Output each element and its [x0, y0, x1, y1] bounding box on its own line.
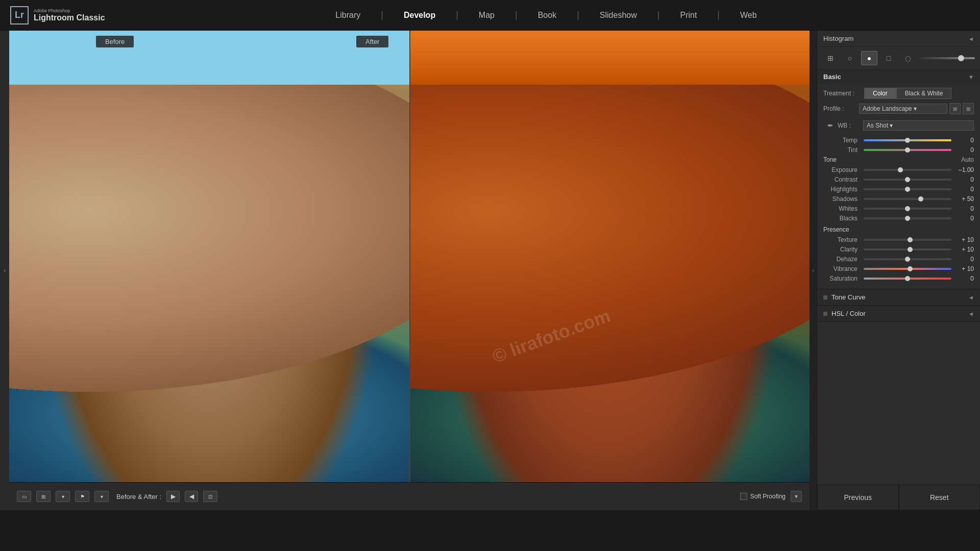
basic-section-header[interactable]: Basic ▼ [817, 70, 980, 84]
nav-sep-1: | [381, 10, 383, 20]
dehaze-slider-row: Dehaze 0 [823, 256, 974, 263]
right-panel-arrow-icon: › [812, 267, 814, 273]
tint-track[interactable] [864, 149, 951, 151]
nav-menu: Library | Develop | Map | Book | Slidesh… [122, 8, 970, 22]
contrast-value: 0 [953, 176, 974, 183]
view-single-icon[interactable]: ▭ [17, 491, 31, 502]
histogram-header: Histogram ◄ [817, 31, 980, 47]
vibrance-thumb[interactable] [908, 266, 913, 271]
hsl-left: HSL / Color [823, 310, 866, 317]
temp-thumb[interactable] [905, 138, 910, 143]
hsl-color-section[interactable]: HSL / Color ◄ [817, 306, 980, 322]
hsl-title: HSL / Color [831, 310, 866, 317]
saturation-thumb[interactable] [905, 276, 910, 281]
blacks-slider-row: Blacks 0 [823, 215, 974, 222]
highlights-thumb[interactable] [905, 187, 910, 192]
exposure-value: –1.00 [953, 166, 974, 173]
ba-arrow-left[interactable]: ◀ [185, 491, 198, 502]
tool-icons-row: ⊞ ○ ● □ ◌ [817, 47, 980, 70]
grid-tool-icon[interactable]: ⊞ [822, 51, 839, 65]
wb-row: ✒ WB : As Shot ▾ [823, 118, 974, 133]
photo-container: Before After © lirafoto.com [9, 31, 810, 482]
treatment-label: Treatment : [823, 90, 864, 97]
contrast-track[interactable] [864, 179, 951, 181]
tint-value: 0 [953, 146, 974, 154]
after-label: After [356, 36, 388, 47]
ba-arrow-right[interactable]: ▶ [166, 491, 180, 502]
nav-sep-2: | [456, 10, 458, 20]
nav-web[interactable]: Web [735, 8, 762, 22]
vibrance-track[interactable] [864, 268, 951, 270]
shadows-value: + 50 [953, 195, 974, 203]
dehaze-thumb[interactable] [905, 257, 910, 262]
soft-proofing-arrow[interactable]: ▾ [791, 491, 802, 502]
nav-print[interactable]: Print [675, 8, 702, 22]
shadows-thumb[interactable] [918, 196, 923, 202]
blacks-thumb[interactable] [905, 216, 910, 221]
right-panel-toggle[interactable]: › [810, 31, 817, 510]
tint-thumb[interactable] [905, 147, 910, 153]
blacks-value: 0 [953, 215, 974, 222]
clarity-thumb[interactable] [908, 247, 913, 252]
circle-outline-tool-icon[interactable]: ○ [842, 51, 858, 65]
exposure-track[interactable] [864, 169, 951, 171]
tone-curve-title: Tone Curve [831, 293, 865, 301]
whites-slider-row: Whites 0 [823, 205, 974, 212]
profile-dots-btn[interactable]: ⊞ [963, 103, 974, 114]
basic-section-arrow: ▼ [968, 74, 974, 80]
presence-title: Presence [823, 226, 849, 233]
view-flag-icon[interactable]: ⚑ [75, 491, 89, 502]
crop-icon[interactable]: ⊡ [203, 491, 217, 502]
after-photo: © lirafoto.com [409, 31, 810, 482]
square-tool-icon[interactable]: □ [880, 51, 897, 65]
histogram-arrow[interactable]: ◄ [968, 36, 974, 42]
before-label: Before [96, 36, 134, 47]
eyedropper-icon[interactable]: ✒ [823, 118, 838, 133]
exposure-slider-row: Exposure –1.00 [823, 166, 974, 173]
shadows-track[interactable] [864, 198, 951, 200]
texture-thumb[interactable] [908, 237, 913, 242]
whites-track[interactable] [864, 208, 951, 210]
tool-slider[interactable] [919, 57, 975, 59]
view-dropdown-icon[interactable]: ▾ [56, 491, 70, 502]
circle-filled-tool-icon[interactable]: ● [861, 51, 877, 65]
previous-button[interactable]: Previous [817, 485, 899, 510]
blacks-track[interactable] [864, 217, 951, 219]
circle-dotted-tool-icon[interactable]: ◌ [900, 51, 916, 65]
main-area: › Before After © lirafoto.com [0, 31, 980, 510]
soft-proofing-checkbox[interactable] [740, 493, 747, 500]
nav-slideshow[interactable]: Slideshow [595, 8, 642, 22]
tone-curve-section[interactable]: Tone Curve ◄ [817, 289, 980, 306]
contrast-thumb[interactable] [905, 177, 910, 182]
view-split-icon[interactable]: ⊞ [36, 491, 51, 502]
auto-btn[interactable]: Auto [961, 156, 974, 163]
tool-slider-thumb[interactable] [958, 55, 964, 61]
view-flag-dropdown-icon[interactable]: ▾ [94, 491, 109, 502]
wb-select[interactable]: As Shot ▾ [863, 120, 974, 131]
temp-track[interactable] [864, 139, 951, 141]
saturation-track[interactable] [864, 278, 951, 280]
highlights-track[interactable] [864, 188, 951, 190]
nav-map[interactable]: Map [474, 8, 500, 22]
clarity-value: + 10 [953, 246, 974, 253]
highlights-label: Highlights [823, 186, 862, 193]
exposure-thumb[interactable] [898, 167, 903, 172]
dehaze-track[interactable] [864, 258, 951, 260]
reset-button[interactable]: Reset [899, 485, 981, 510]
nav-library[interactable]: Library [330, 8, 365, 22]
bw-treatment-btn[interactable]: Black & White [896, 88, 952, 99]
left-panel-toggle[interactable]: › [0, 31, 9, 510]
profile-grid-btn[interactable]: ⊞ [949, 103, 961, 114]
soft-proofing-area: Soft Proofing [740, 493, 786, 500]
tone-curve-left: Tone Curve [823, 293, 865, 301]
clarity-track[interactable] [864, 248, 951, 251]
whites-label: Whites [823, 205, 862, 212]
whites-thumb[interactable] [905, 206, 910, 211]
nav-develop[interactable]: Develop [399, 8, 440, 22]
profile-select[interactable]: Adobe Landscape ▾ [859, 104, 947, 114]
temp-label: Temp [823, 137, 862, 144]
tone-curve-indicator [823, 295, 827, 299]
texture-track[interactable] [864, 239, 951, 241]
nav-book[interactable]: Book [533, 8, 561, 22]
color-treatment-btn[interactable]: Color [864, 88, 896, 99]
